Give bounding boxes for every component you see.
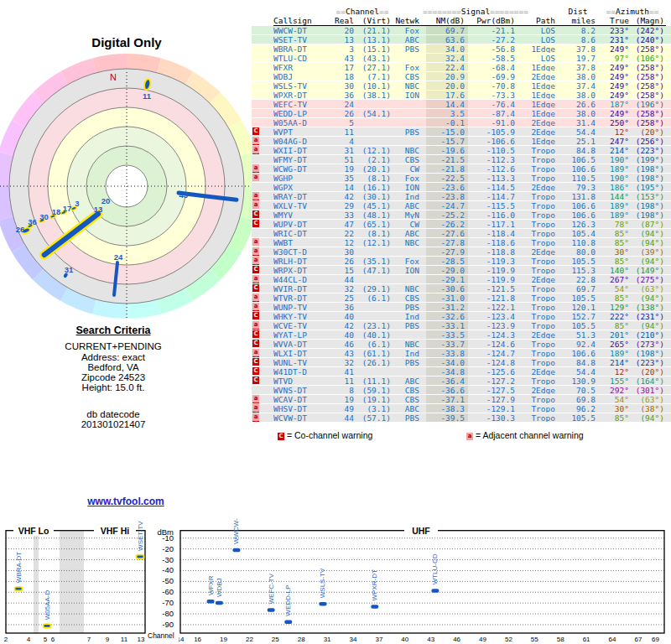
virtual-channel: (19.1) <box>354 395 393 403</box>
callsign-link[interactable]: WCVW-DT <box>273 413 332 422</box>
callsign-link[interactable]: WEFC-TV <box>273 100 332 108</box>
distance-miles: 106.6 <box>559 201 597 210</box>
callsign-link[interactable]: WUNL-TV <box>273 358 332 366</box>
callsign-link[interactable]: W44CL-D <box>273 275 332 283</box>
network: ION <box>393 183 426 191</box>
path: Tropo <box>520 284 559 293</box>
azimuth-magnetic: (63°) <box>629 395 666 403</box>
azimuth-true: 85° <box>597 238 629 247</box>
path: Tropo <box>520 395 559 403</box>
tvfool-link[interactable]: www.tvfool.com <box>87 496 164 507</box>
virtual-channel: (10.1) <box>354 81 393 90</box>
callsign-link[interactable]: WUNP-TV <box>273 303 332 311</box>
callsign-link[interactable]: WCWG-DT <box>273 164 332 173</box>
callsign-link[interactable]: WRPX-DT <box>273 266 332 274</box>
path: 2Edge <box>520 72 559 80</box>
azimuth-true: 186° <box>597 183 629 191</box>
virtual-channel <box>354 275 393 283</box>
callsign-link[interactable]: W05AA-D <box>273 118 332 127</box>
callsign-link[interactable]: WSET-TV <box>273 35 332 44</box>
callsign-link[interactable]: WXLV-TV <box>273 201 332 210</box>
signal-marker-label: WPXR-DT <box>371 569 378 600</box>
callsign-link[interactable]: WWBT <box>273 238 332 247</box>
callsign-link[interactable]: WVIR-DT <box>273 284 332 293</box>
adjacent-channel-icon: a <box>252 413 259 421</box>
warning-cell: C <box>252 266 273 274</box>
azimuth-magnetic: (223°) <box>629 146 666 154</box>
column-group-channel: ==Channel== <box>332 7 393 16</box>
callsign-link[interactable]: WPXR-DT <box>273 91 332 99</box>
callsign-link[interactable]: WRAY-DT <box>273 192 332 200</box>
table-row: CWYAT-LP40(40.1)-33.5-124.32Edge51.3201°… <box>252 330 671 340</box>
real-channel: 36 <box>332 91 354 99</box>
distance-miles: 110.8 <box>559 238 597 247</box>
callsign-link[interactable]: WBRA-DT <box>273 44 332 53</box>
callsign-link[interactable]: WRLH-DT <box>273 257 332 265</box>
distance-miles: 105.4 <box>559 229 597 237</box>
network: PBS <box>393 321 426 330</box>
distance-miles: 38.0 <box>559 72 597 80</box>
callsign-link[interactable]: WLXI-DT <box>273 349 332 357</box>
callsign-link[interactable]: WYAT-LP <box>273 330 332 339</box>
callsign-link[interactable]: WGHP <box>273 174 332 182</box>
azimuth-true: 214° <box>597 146 629 154</box>
callsign-link[interactable]: WEDD-LP <box>273 109 332 117</box>
virtual-channel: (8.1) <box>354 174 393 182</box>
virtual-channel: (23.1) <box>354 321 393 330</box>
signal-marker <box>431 589 439 593</box>
warning-cell: aC <box>252 275 273 283</box>
callsign-link[interactable]: WFMY-DT <box>273 155 332 164</box>
search-criteria: Search Criteria CURRENT+PENDING Address:… <box>17 325 210 393</box>
callsign-link[interactable]: WCAV-DT <box>273 395 332 403</box>
callsign-link[interactable]: W30CT-D <box>273 247 332 256</box>
callsign-link[interactable]: W04AG-D <box>273 137 332 145</box>
col-header: Path <box>520 16 559 25</box>
callsign-link[interactable]: WVPT <box>273 127 332 136</box>
callsign-link[interactable]: WSLS-TV <box>273 81 332 90</box>
callsign-link[interactable]: WHKY-TV <box>273 312 332 320</box>
virtual-channel: (13.1) <box>354 35 393 44</box>
callsign-link[interactable]: WUPV-DT <box>273 220 332 228</box>
column-group-azimuth: ==Azimuth== <box>599 7 666 16</box>
callsign-link[interactable]: WVVA-DT <box>273 340 332 348</box>
real-channel: 29 <box>332 201 354 210</box>
callsign-link[interactable]: WTLU-CD <box>273 54 332 62</box>
co-channel-icon: C <box>252 412 259 413</box>
network <box>393 118 426 127</box>
co-channel-text: = Co-channel warning <box>284 430 372 440</box>
noise-margin: -0.1 <box>426 118 468 127</box>
dbm-tick-label: -50 <box>162 576 174 585</box>
callsign-link[interactable]: WTVD <box>273 377 332 385</box>
virtual-channel <box>354 118 393 127</box>
azimuth-true: 190° <box>597 174 629 182</box>
azimuth-magnetic: (275°) <box>629 275 666 283</box>
callsign-link[interactable]: WDBJ <box>273 72 332 80</box>
azimuth-true: 231° <box>597 35 629 44</box>
callsign-link[interactable]: WFXR <box>273 63 332 71</box>
warning-cell: aC <box>252 192 273 200</box>
virtual-channel: (6.1) <box>354 340 393 348</box>
azimuth-magnetic: (94°) <box>629 321 666 330</box>
callsign-link[interactable]: WRIC-DT <box>273 229 332 237</box>
path: Tropo <box>520 358 559 366</box>
path: Tropo <box>520 155 559 164</box>
real-channel: 32 <box>332 284 354 293</box>
callsign-link[interactable]: WTVR-DT <box>273 293 332 302</box>
warning-cell <box>252 72 273 80</box>
virtual-channel: (26.1) <box>354 358 393 366</box>
callsign-link[interactable]: W41DT-D <box>273 367 332 376</box>
warning-cell <box>252 109 273 117</box>
network: Fox <box>393 26 426 34</box>
site-link-wrap: www.tvfool.com <box>0 496 252 507</box>
table-row: aWGHP35(8.1)Fox-22.5-113.3Tropo110.5190°… <box>252 174 671 183</box>
table-row: aCW04AG-D4-15.7-106.61Edge25.1247°(256°) <box>252 137 671 146</box>
callsign-link[interactable]: WMYV <box>273 210 332 219</box>
warning-cell: C <box>252 330 273 339</box>
callsign-link[interactable]: WHSV-DT <box>273 404 332 413</box>
callsign-link[interactable]: WWCW-DT <box>273 26 332 34</box>
callsign-link[interactable]: WCVE-TV <box>273 321 332 330</box>
network: ION <box>393 266 426 274</box>
callsign-link[interactable]: WGPX <box>273 183 332 191</box>
callsign-link[interactable]: WVNS-DT <box>273 386 332 394</box>
callsign-link[interactable]: WXII-DT <box>273 146 332 154</box>
